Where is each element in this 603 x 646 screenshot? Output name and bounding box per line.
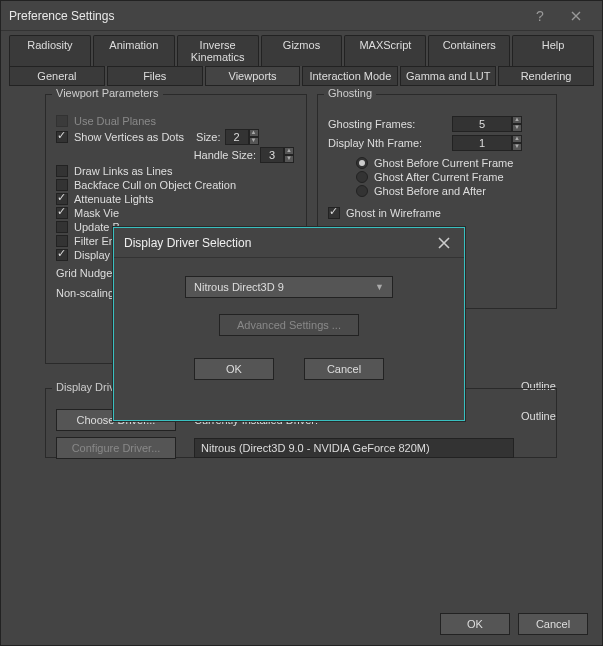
modal-cancel-button[interactable]: Cancel bbox=[304, 358, 384, 380]
installed-driver-field[interactable] bbox=[194, 438, 514, 458]
help-button[interactable]: ? bbox=[522, 2, 558, 30]
draw-links-checkbox[interactable] bbox=[56, 165, 68, 177]
gf-up-icon[interactable]: ▲ bbox=[512, 116, 522, 124]
driver-dropdown-value: Nitrous Direct3D 9 bbox=[194, 281, 284, 293]
tab-viewports[interactable]: Viewports bbox=[205, 66, 301, 86]
mask-checkbox[interactable] bbox=[56, 207, 68, 219]
tab-interaction-mode[interactable]: Interaction Mode bbox=[302, 66, 398, 86]
handle-size-label: Handle Size: bbox=[194, 149, 256, 161]
configure-driver-button[interactable]: Configure Driver... bbox=[56, 437, 176, 459]
preference-settings-window: Preference Settings ? Radiosity Animatio… bbox=[0, 0, 603, 646]
mask-label: Mask Vie bbox=[74, 207, 119, 219]
ghost-before-label: Ghost Before Current Frame bbox=[374, 157, 513, 169]
tab-containers[interactable]: Containers bbox=[428, 35, 510, 66]
tab-inverse-kinematics[interactable]: Inverse Kinematics bbox=[177, 35, 259, 66]
backface-checkbox[interactable] bbox=[56, 179, 68, 191]
use-dual-planes-checkbox[interactable] bbox=[56, 115, 68, 127]
size-up-icon[interactable]: ▲ bbox=[249, 129, 259, 137]
dialog-footer: OK Cancel bbox=[440, 613, 588, 635]
modal-body: Nitrous Direct3D 9 ▼ Advanced Settings .… bbox=[114, 258, 464, 398]
ok-button[interactable]: OK bbox=[440, 613, 510, 635]
handle-down-icon[interactable]: ▼ bbox=[284, 155, 294, 163]
ghost-before-radio[interactable] bbox=[356, 157, 368, 169]
ghosting-frames-label: Ghosting Frames: bbox=[328, 118, 448, 130]
tab-help[interactable]: Help bbox=[512, 35, 594, 66]
size-input[interactable] bbox=[225, 129, 249, 145]
ghost-wireframe-label: Ghost in Wireframe bbox=[346, 207, 441, 219]
advanced-settings-button[interactable]: Advanced Settings ... bbox=[219, 314, 359, 336]
use-dual-planes-label: Use Dual Planes bbox=[74, 115, 156, 127]
handle-size-spinner[interactable]: ▲▼ bbox=[260, 147, 294, 163]
cancel-button[interactable]: Cancel bbox=[518, 613, 588, 635]
tab-gizmos[interactable]: Gizmos bbox=[261, 35, 343, 66]
tab-gamma-lut[interactable]: Gamma and LUT bbox=[400, 66, 496, 86]
close-button[interactable] bbox=[558, 2, 594, 30]
size-down-icon[interactable]: ▼ bbox=[249, 137, 259, 145]
attenuate-label: Attenuate Lights bbox=[74, 193, 154, 205]
size-label: Size: bbox=[196, 131, 220, 143]
tab-animation[interactable]: Animation bbox=[93, 35, 175, 66]
ghost-wireframe-checkbox[interactable] bbox=[328, 207, 340, 219]
modal-title: Display Driver Selection bbox=[124, 236, 434, 250]
modal-titlebar: Display Driver Selection bbox=[114, 228, 464, 258]
tab-maxscript[interactable]: MAXScript bbox=[344, 35, 426, 66]
ghost-after-radio[interactable] bbox=[356, 171, 368, 183]
handle-size-input[interactable] bbox=[260, 147, 284, 163]
nth-frame-label: Display Nth Frame: bbox=[328, 137, 448, 149]
ghost-both-label: Ghost Before and After bbox=[374, 185, 486, 197]
nth-down-icon[interactable]: ▼ bbox=[512, 143, 522, 151]
filter-checkbox[interactable] bbox=[56, 235, 68, 247]
display-driver-selection-modal: Display Driver Selection Nitrous Direct3… bbox=[113, 227, 465, 421]
ghost-after-label: Ghost After Current Frame bbox=[374, 171, 504, 183]
show-vertices-label: Show Vertices as Dots bbox=[74, 131, 184, 143]
update-checkbox[interactable] bbox=[56, 221, 68, 233]
nth-up-icon[interactable]: ▲ bbox=[512, 135, 522, 143]
attenuate-checkbox[interactable] bbox=[56, 193, 68, 205]
ghost-both-radio[interactable] bbox=[356, 185, 368, 197]
nth-frame-spinner[interactable]: ▲▼ bbox=[452, 135, 522, 151]
tabs-row-1: Radiosity Animation Inverse Kinematics G… bbox=[1, 31, 602, 66]
ghosting-frames-spinner[interactable]: ▲▼ bbox=[452, 116, 522, 132]
viewport-parameters-title: Viewport Parameters bbox=[52, 87, 163, 99]
window-title: Preference Settings bbox=[9, 9, 522, 23]
modal-close-button[interactable] bbox=[434, 233, 454, 253]
ghosting-title: Ghosting bbox=[324, 87, 376, 99]
display-w-checkbox[interactable] bbox=[56, 249, 68, 261]
show-vertices-checkbox[interactable] bbox=[56, 131, 68, 143]
tab-files[interactable]: Files bbox=[107, 66, 203, 86]
ghosting-frames-input[interactable] bbox=[452, 116, 512, 132]
grid-nudge-label: Grid Nudge bbox=[56, 267, 112, 279]
modal-ok-button[interactable]: OK bbox=[194, 358, 274, 380]
handle-up-icon[interactable]: ▲ bbox=[284, 147, 294, 155]
backface-label: Backface Cull on Object Creation bbox=[74, 179, 236, 191]
nth-frame-input[interactable] bbox=[452, 135, 512, 151]
tab-rendering[interactable]: Rendering bbox=[498, 66, 594, 86]
titlebar: Preference Settings ? bbox=[1, 1, 602, 31]
modal-actions: OK Cancel bbox=[194, 358, 384, 380]
tab-general[interactable]: General bbox=[9, 66, 105, 86]
draw-links-label: Draw Links as Lines bbox=[74, 165, 172, 177]
driver-dropdown[interactable]: Nitrous Direct3D 9 ▼ bbox=[185, 276, 393, 298]
chevron-down-icon: ▼ bbox=[375, 282, 384, 292]
size-spinner[interactable]: ▲▼ bbox=[225, 129, 259, 145]
tab-radiosity[interactable]: Radiosity bbox=[9, 35, 91, 66]
gf-down-icon[interactable]: ▼ bbox=[512, 124, 522, 132]
non-scaling-label: Non-scaling bbox=[56, 287, 114, 299]
tabs-row-2: General Files Viewports Interaction Mode… bbox=[1, 66, 602, 86]
